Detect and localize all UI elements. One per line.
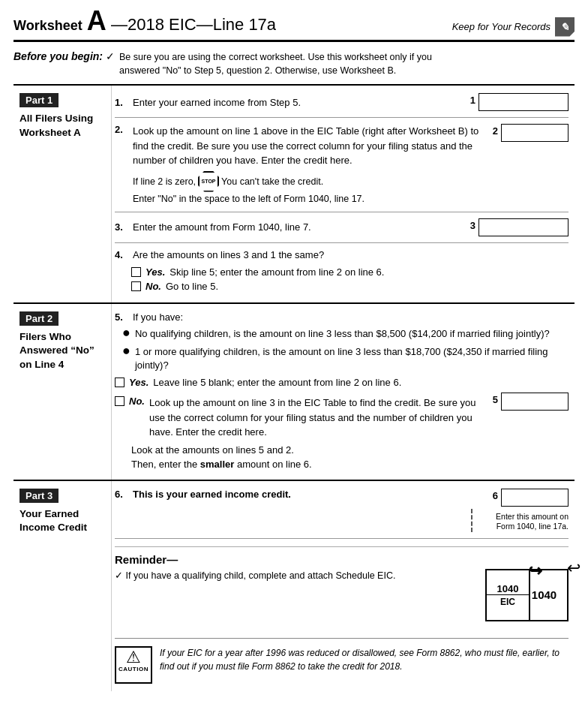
part2-sidebar: Part 2 Filers Who Answered “No” on Line …	[14, 304, 111, 480]
part2-badge: Part 2	[20, 311, 58, 326]
line1-input-area: 1	[470, 93, 568, 111]
line6-row: 6. This is your earned income credit. 6 …	[115, 489, 568, 532]
caution-triangle-icon: ⚠	[126, 649, 141, 666]
worksheet-subtitle: —2018 EIC—Line 17a	[111, 15, 276, 34]
line1-text: Enter your earned income from Step 5.	[133, 97, 301, 108]
part1-section: Part 1 All Filers Using Worksheet A 1. E…	[14, 86, 574, 304]
line4-number: 4.	[115, 249, 128, 260]
part2-section: Part 2 Filers Who Answered “No” on Line …	[14, 304, 574, 481]
before-begin-label: Before you begin:	[14, 50, 103, 62]
part2-yes-checkbox[interactable]	[115, 378, 124, 387]
part3-body: 6. This is your earned income credit. 6 …	[111, 481, 574, 691]
part2-no-row: No. Look up the amount on line 3 in the …	[115, 396, 487, 440]
bullet-item-1: ● No qualifying children, is the amount …	[122, 327, 568, 341]
reminder-header: Reminder—	[115, 553, 568, 566]
before-begin-section: Before you begin: ✓ Be sure you are usin…	[14, 47, 574, 86]
line4-section: 4. Are the amounts on lines 3 and 1 the …	[115, 249, 568, 292]
caution-icon: ⚠ CAUTION	[115, 646, 152, 684]
records-icon: ✎	[555, 17, 574, 37]
part1-badge: Part 1	[20, 93, 58, 107]
separator-3	[115, 242, 568, 243]
line2-zero-text: You can't take the credit.	[221, 176, 323, 187]
caution-section: ⚠ CAUTION If your EIC for a year after 1…	[115, 638, 568, 684]
caution-label: CAUTION	[118, 666, 148, 672]
bullet2-text: 1 or more qualifying children, is the am…	[135, 345, 568, 372]
enter-this-amount: Enter this amount on Form 1040, line 17a…	[471, 509, 568, 532]
part2-yes-text: Leave line 5 blank; enter the amount fro…	[153, 377, 401, 388]
line5-right: 5	[493, 393, 568, 411]
line3-input-label: 3	[470, 220, 476, 231]
separator-2	[115, 212, 568, 212]
records-label: Keep for Your Records ✎	[452, 17, 574, 37]
line5-header-row: 5. If you have:	[115, 311, 568, 323]
smaller-bold: smaller	[200, 459, 235, 470]
line5-header: If you have:	[133, 311, 183, 323]
line1-row: 1. Enter your earned income from Step 5.…	[115, 93, 568, 111]
reminder-body: If you have a qualifying child, complete…	[125, 570, 395, 581]
part2-no-section: No. Look up the amount on line 3 in the …	[115, 393, 568, 472]
part3-section: Part 3 Your Earned Income Credit 6. This…	[14, 481, 574, 691]
reminder-text: ✓ If you have a qualifying child, comple…	[115, 569, 470, 583]
line3-text: Enter the amount from Form 1040, line 7.	[133, 221, 311, 233]
line4-text: Are the amounts on lines 3 and 1 the sam…	[133, 249, 324, 260]
line2-text: Look up the amount on line 1 above in th…	[133, 124, 481, 204]
line5-number: 5.	[115, 311, 128, 323]
line6-input-label: 6	[493, 490, 498, 501]
before-begin-text: Be sure you are using the correct worksh…	[119, 50, 432, 79]
line5-input[interactable]	[501, 393, 568, 411]
bullet2-dot: ●	[122, 344, 130, 357]
line4-yes-checkbox[interactable]	[131, 267, 141, 277]
line3-input[interactable]	[478, 218, 568, 236]
part1-title: All Filers Using Worksheet A	[20, 112, 105, 140]
line4-no-text: Go to line 5.	[166, 281, 218, 292]
line4-yes-label: Yes.	[146, 266, 165, 278]
line2-if-zero-prefix: If line 2 is zero,	[133, 176, 196, 187]
line2-input-area: 2	[493, 124, 568, 142]
line3-row: 3. Enter the amount from Form 1040, line…	[115, 218, 568, 236]
line2-content: 2. Look up the amount on line 1 above in…	[115, 124, 481, 204]
part2-no-checkbox[interactable]	[115, 396, 124, 406]
line1-input-label: 1	[470, 95, 476, 106]
line6-input[interactable]	[501, 489, 568, 507]
bullet-item-2: ● 1 or more qualifying children, is the …	[122, 345, 568, 372]
part2-bullet-list: ● No qualifying children, is the amount …	[115, 327, 568, 373]
part1-body: 1. Enter your earned income from Step 5.…	[111, 86, 574, 302]
reminder-content: ✓ If you have a qualifying child, comple…	[115, 569, 568, 621]
separator-1	[115, 117, 568, 118]
line4-yes-row: Yes. Skip line 5; enter the amount from …	[131, 266, 568, 278]
part3-badge: Part 3	[20, 489, 58, 503]
part2-no-label: No.	[129, 396, 145, 407]
line4-no-label: No.	[146, 281, 161, 292]
part2-yes-row: Yes. Leave line 5 blank; enter the amoun…	[115, 377, 568, 388]
line4-yes-text: Skip line 5; enter the amount from line …	[170, 266, 384, 278]
line2-right: 2	[485, 124, 568, 142]
caution-text: If your EIC for a year after 1996 was re…	[160, 646, 568, 673]
worksheet-a: A	[87, 5, 106, 36]
part3-title: Your Earned Income Credit	[20, 507, 105, 536]
reminder-check-icon: ✓	[115, 570, 123, 581]
forms-illustration: 1040 EIC ↩ 1040 ↩	[485, 569, 568, 621]
worksheet-label: Worksheet	[14, 18, 82, 33]
part1-sidebar: Part 1 All Filers Using Worksheet A	[14, 86, 111, 302]
line3-number: 3.	[115, 221, 128, 233]
line2-zero-text2: Enter "No" in the space to the left of F…	[133, 194, 364, 204]
line6-right: 6 Enter this amount on Form 1040, line 1…	[471, 489, 568, 532]
line2-input[interactable]	[501, 124, 568, 142]
line4-no-checkbox[interactable]	[131, 281, 141, 291]
line6-text: This is your earned income credit.	[133, 489, 291, 500]
line1-input[interactable]	[478, 93, 568, 111]
before-begin-check-icon: ✓	[106, 50, 115, 62]
worksheet-title: Worksheet A —2018 EIC—Line 17a	[14, 8, 276, 35]
part2-yes-label: Yes.	[129, 377, 148, 388]
page-header: Worksheet A —2018 EIC—Line 17a Keep for …	[14, 8, 574, 42]
enter-this-text: Enter this amount on Form 1040, line 17a…	[477, 512, 568, 532]
line2-input-label: 2	[493, 125, 498, 137]
reminder-section: Reminder— ✓ If you have a qualifying chi…	[115, 546, 568, 627]
stop-sign-icon: STOP	[198, 171, 219, 192]
bullet1-dot: ●	[122, 326, 130, 339]
bullet1-text: No qualifying children, is the amount on…	[135, 327, 550, 341]
separator-part3	[115, 538, 568, 539]
part2-no-text2: Look at the amounts on lines 5 and 2. Th…	[131, 443, 487, 472]
line4-no-row: No. Go to line 5.	[131, 281, 568, 292]
form-1040-eic-icon: 1040 EIC ↩	[485, 569, 530, 621]
